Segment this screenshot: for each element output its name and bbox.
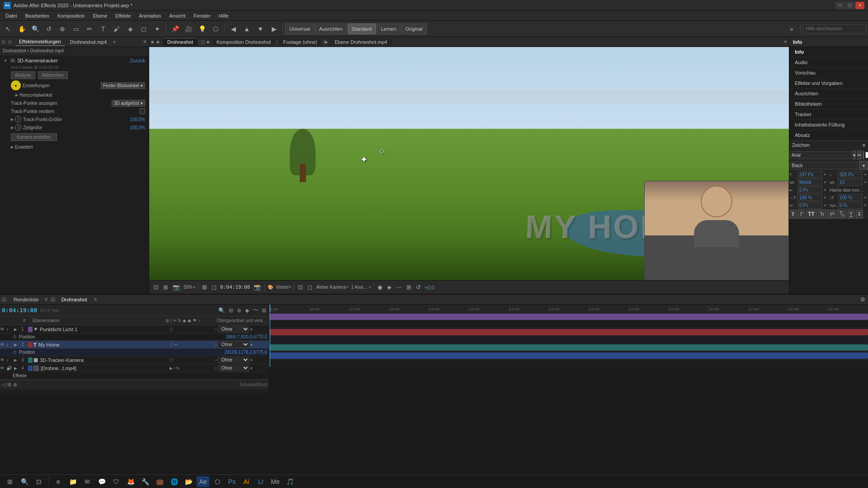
font-picker-btn[interactable]: ▾ bbox=[853, 150, 856, 160]
track-groesse-value[interactable]: 100,0% bbox=[130, 117, 145, 122]
panel-close-btn[interactable]: ✕ bbox=[143, 39, 147, 45]
track-bar-2[interactable] bbox=[269, 329, 868, 335]
track-rendern-row[interactable]: Track-Punkte rendern bbox=[2, 107, 147, 115]
workspace-standard[interactable]: Standard bbox=[348, 23, 376, 34]
taskbar-explorer[interactable]: 📁 bbox=[66, 476, 79, 487]
rp-item-audio[interactable]: Audio bbox=[789, 57, 868, 68]
taskbar-firefox[interactable]: 🦊 bbox=[124, 476, 137, 487]
layer-1-expand[interactable]: ▶ bbox=[13, 327, 18, 332]
layer-1-pos-stopwatch[interactable]: ⏱ bbox=[13, 335, 19, 339]
taskbar-edge[interactable]: e bbox=[52, 476, 65, 487]
horizontal-row[interactable]: ▶ Horizontalwinkel bbox=[2, 91, 147, 99]
menu-animation[interactable]: Animation bbox=[135, 12, 165, 19]
kamera-erstellen-btn[interactable]: Kamera erstellen bbox=[11, 133, 57, 141]
format-small-caps[interactable]: Tr bbox=[818, 210, 826, 219]
analyze-btn[interactable]: Analyse bbox=[11, 71, 35, 79]
tl-search-btn[interactable]: 🔍 bbox=[217, 306, 226, 314]
layer-4-expand[interactable]: ▶ bbox=[13, 366, 18, 371]
layer-4-parent-select[interactable]: Ohne bbox=[218, 365, 250, 371]
font-family-input[interactable] bbox=[789, 151, 851, 159]
font-size-input[interactable] bbox=[797, 171, 822, 178]
track-anzeigen-row[interactable]: Track-Punkte anzeigen 3D aufgelöst ▾ bbox=[2, 99, 147, 107]
vc-region-btn[interactable]: ⊡ bbox=[153, 283, 160, 291]
tool-light[interactable]: 💡 bbox=[196, 23, 208, 35]
layer-1-parent-arrow[interactable]: ▾ bbox=[250, 327, 253, 332]
font-edit-btn[interactable]: ✏ bbox=[857, 150, 862, 160]
tab-footage[interactable]: Footage (ohne) bbox=[278, 38, 321, 46]
cancel-btn[interactable]: Abbrechen bbox=[38, 71, 68, 79]
tracking-input[interactable] bbox=[838, 179, 863, 186]
vc-ansi-dropdown[interactable]: 1 Ansi… ▾ bbox=[351, 285, 370, 290]
tool-anchor[interactable]: ⊕ bbox=[56, 23, 69, 35]
tab-effekteinstellungen[interactable]: Effekteinstellungen bbox=[15, 38, 65, 46]
layer-3[interactable]: 👁 ♪ ▶ 3 ▦ 3D-Tracker-Kamera ⬡ ○ Ohne ▾ bbox=[0, 356, 269, 364]
format-sub[interactable]: Ts bbox=[837, 210, 846, 219]
layer-4[interactable]: 👁 🔊 ▶ 4 [Drohne...t.mp4] ▶ / fx ○ Ohne ▾ bbox=[0, 364, 269, 372]
taskbar-app4[interactable]: 🌐 bbox=[168, 476, 180, 487]
vc-3d-btn2[interactable]: ◈ bbox=[386, 283, 392, 291]
workspace-universal[interactable]: Universal bbox=[285, 23, 314, 34]
rp-item-vorschau[interactable]: Vorschau bbox=[789, 68, 868, 78]
layer-2-parent-arrow[interactable]: ▾ bbox=[250, 343, 253, 347]
erweitert-row[interactable]: ▶ Erweitert bbox=[2, 143, 147, 151]
tl-expand-btn[interactable]: ⊠ bbox=[261, 306, 267, 314]
line-height-arrow[interactable]: ▾ bbox=[864, 173, 866, 177]
track-anzeigen-btn[interactable]: 3D aufgelöst ▾ bbox=[112, 100, 145, 107]
format-super[interactable]: Ts bbox=[827, 210, 836, 219]
taskbar-whatsapp[interactable]: 💬 bbox=[95, 476, 108, 487]
menu-effekte[interactable]: Effekte bbox=[112, 12, 134, 19]
taskbar-app2[interactable]: 🔧 bbox=[139, 476, 151, 487]
tl-tab-drohneshot[interactable]: Drohneshot bbox=[57, 296, 92, 303]
tool-select[interactable]: ↖ bbox=[2, 23, 14, 35]
rp-item-absatz[interactable]: Absatz bbox=[789, 130, 868, 141]
layer-2[interactable]: 👁 ♪ ▶ 2 T My Home ⬡ ✏ ○ Ohne ▾ bbox=[0, 341, 269, 349]
tool-pin[interactable]: 📌 bbox=[169, 23, 181, 35]
tool-brush[interactable]: 🖌 bbox=[110, 23, 123, 35]
vc-reload-btn[interactable]: ↺ bbox=[415, 283, 422, 291]
menu-hilfe[interactable]: Hilfe bbox=[215, 12, 232, 19]
layer-3-parent-arrow[interactable]: ▾ bbox=[250, 358, 253, 362]
tool-hand[interactable]: ✋ bbox=[15, 23, 28, 35]
taskbar-app1[interactable]: 🛡 bbox=[110, 476, 123, 487]
tool-3d[interactable]: ⬡ bbox=[209, 23, 222, 35]
yellow-indicator[interactable]: ● bbox=[11, 80, 21, 90]
zeichen-header[interactable]: Zeichen ≡ bbox=[789, 141, 868, 149]
tsume-arrow[interactable]: ▾ bbox=[864, 203, 866, 207]
effect-reset-btn[interactable]: Zurück bbox=[130, 58, 145, 63]
menu-bearbeiten[interactable]: Bearbeiten bbox=[22, 12, 53, 19]
stroke-color-swatch[interactable] bbox=[865, 152, 868, 158]
tool-arrow-right[interactable]: ▶ bbox=[268, 23, 280, 35]
kerning-arrow[interactable]: ▾ bbox=[824, 180, 826, 184]
track-groesse-row[interactable]: ▶ ⏱ Track-Punkt-Größe 100,0% bbox=[2, 115, 147, 123]
taskbar-app3[interactable]: 💼 bbox=[153, 476, 166, 487]
menu-datei[interactable]: Datei bbox=[2, 12, 21, 19]
maximize-button[interactable]: □ bbox=[845, 2, 854, 9]
layer-4-fx-icon[interactable]: / fx bbox=[174, 366, 179, 371]
panel-expand-btn[interactable]: » bbox=[113, 39, 116, 44]
menu-fenster[interactable]: Fenster bbox=[190, 12, 214, 19]
tool-rotate[interactable]: ↺ bbox=[42, 23, 55, 35]
layer-2-expand[interactable]: ▶ bbox=[13, 343, 18, 347]
track-anzeigen-dropdown[interactable]: 3D aufgelöst ▾ bbox=[112, 100, 145, 107]
vc-toggle-btn[interactable]: ⊡ bbox=[297, 283, 304, 291]
layer-2-3d-icon[interactable]: ⬡ bbox=[170, 343, 173, 347]
tl-parent-btn[interactable]: ⊞ bbox=[228, 306, 234, 314]
scale-v-input[interactable] bbox=[838, 194, 863, 201]
menu-ansicht[interactable]: Ansicht bbox=[165, 12, 189, 19]
layer-4-eye[interactable]: 👁 bbox=[0, 366, 6, 371]
tl-tab-renderliste[interactable]: Renderliste bbox=[9, 296, 43, 303]
scale-v-arrow[interactable]: ▾ bbox=[864, 196, 866, 200]
rp-item-ausrichten[interactable]: Ausrichten bbox=[789, 89, 868, 99]
vc-aspect-btn[interactable]: ◻ bbox=[211, 283, 217, 291]
menu-komposition[interactable]: Komposition bbox=[54, 12, 89, 19]
layer-2-edit-icon[interactable]: ✏ bbox=[175, 343, 178, 347]
effect-header-row[interactable]: ▼ fx 3D-Kameratracker Zurück bbox=[2, 57, 147, 64]
font-size-arrow[interactable]: ▾ bbox=[824, 173, 826, 177]
tl-add-btn[interactable]: ⊕ bbox=[236, 306, 242, 314]
tool-cam[interactable]: 🎥 bbox=[182, 23, 195, 35]
layer-3-audio[interactable]: ♪ bbox=[6, 357, 13, 362]
line-height-input[interactable] bbox=[838, 171, 863, 178]
scale-h-arrow[interactable]: ▾ bbox=[824, 196, 826, 200]
format-all-caps[interactable]: TT bbox=[806, 210, 817, 219]
indent-arrow[interactable]: ▾ bbox=[824, 188, 826, 192]
